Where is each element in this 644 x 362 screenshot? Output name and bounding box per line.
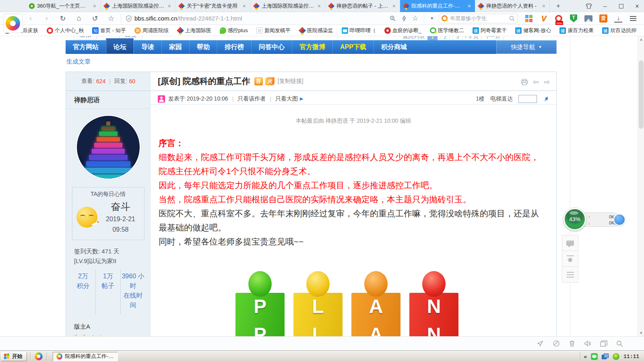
- stat-points[interactable]: 2万积分: [71, 269, 95, 314]
- apps-grid-icon[interactable]: [525, 14, 533, 23]
- bookmark-item[interactable]: 健健客网-放心: [515, 27, 551, 34]
- tab-close-icon[interactable]: ×: [467, 3, 472, 9]
- scroll-up-arrow-icon[interactable]: ▲: [638, 36, 644, 43]
- find-in-page-icon[interactable]: [616, 340, 623, 347]
- quick-launch-360-icon[interactable]: [34, 352, 43, 361]
- thread-list-button[interactable]: [562, 267, 578, 282]
- taskbar-window-button[interactable]: 院感科的重点工作-会...: [53, 352, 118, 361]
- post-button-clipped[interactable]: 发帖: [74, 36, 97, 40]
- browser-tab-active[interactable]: 院感科的重点工作-会议纪 ×: [400, 0, 475, 12]
- tab-close-icon[interactable]: ×: [541, 3, 546, 9]
- tab-close-icon[interactable]: ×: [317, 3, 322, 9]
- search-input[interactable]: [450, 15, 509, 21]
- nav-ranking[interactable]: 排行榜: [217, 40, 251, 54]
- clear-trace-trash-icon[interactable]: [569, 340, 575, 347]
- favorites-star-icon[interactable]: ☆: [107, 14, 115, 23]
- search-box[interactable]: [439, 14, 518, 23]
- plan-image[interactable]: PP LL AA: [233, 257, 458, 336]
- next-thread-icon[interactable]: ⇨: [544, 78, 550, 86]
- bookmark-item[interactable]: 哔哩哔哩（: [342, 27, 376, 34]
- back-to-list-link[interactable]: 返回列表: [402, 36, 425, 40]
- bookmark-item[interactable]: 新闻发稿平: [256, 27, 291, 34]
- copy-link[interactable]: [复制链接]: [278, 78, 303, 85]
- bookmark-item[interactable]: 医学继教二: [430, 27, 464, 34]
- memory-usage-ball[interactable]: 43%: [564, 208, 586, 230]
- wechat-tray-icon[interactable]: [591, 353, 598, 360]
- menu-hamburger-icon[interactable]: [629, 14, 637, 23]
- maximize-button[interactable]: [617, 2, 625, 10]
- accelerator-ball[interactable]: [613, 214, 625, 226]
- start-button[interactable]: 开始: [1, 352, 27, 361]
- back-to-top-button[interactable]: [562, 251, 578, 267]
- flame-v-extension-icon[interactable]: V: [540, 14, 548, 23]
- bookmark-item[interactable]: 个人中心_秋: [47, 27, 84, 34]
- prev-thread-icon[interactable]: ⇦: [533, 78, 539, 86]
- browser-tab-2[interactable]: 上海国际医院感染控制论 ×: [101, 0, 175, 12]
- forward-button-icon[interactable]: ›: [43, 14, 51, 23]
- bookmark-item[interactable]: 血瘀的诊断_: [384, 27, 421, 34]
- tab-close-icon[interactable]: ×: [392, 3, 396, 9]
- only-author-link[interactable]: 只看该作者: [237, 95, 266, 103]
- home-button-icon[interactable]: ⌂: [75, 14, 83, 23]
- browser-tab-7[interactable]: 禅静思语的个人资料 - ×: [475, 0, 550, 12]
- nav-help[interactable]: 帮助: [189, 40, 217, 54]
- bookmark-page-star-icon[interactable]: ☆: [412, 14, 418, 23]
- nav-weibo[interactable]: 官方微博: [292, 40, 332, 54]
- scrollbar-thumb[interactable]: [639, 60, 644, 129]
- zoom-icon[interactable]: [390, 15, 396, 22]
- nav-forum-active[interactable]: 论坛: [106, 38, 134, 54]
- tray-collapse-icon[interactable]: «: [584, 354, 587, 360]
- bookmark-item[interactable]: 周浦医院综: [134, 27, 169, 34]
- network-tray-icon[interactable]: [602, 354, 609, 360]
- nav-guide[interactable]: 导读: [134, 40, 161, 54]
- author-avatar[interactable]: [76, 115, 141, 180]
- undo-close-button-icon[interactable]: ↺: [91, 14, 99, 23]
- bookmark-item[interactable]: 上海国际医: [177, 27, 211, 34]
- bookmark-item[interactable]: 健欣百达抗抑: [602, 27, 636, 34]
- screenshot-extension-icon[interactable]: [584, 14, 592, 23]
- minimize-button[interactable]: ─: [601, 2, 609, 10]
- bookmark-item[interactable]: 医院感染监: [299, 27, 333, 34]
- address-bar[interactable]: bbs.sific.com.cn/thread-224627-1-1.html: [121, 14, 386, 23]
- close-button[interactable]: ✕: [634, 2, 641, 10]
- tab-close-icon[interactable]: ×: [167, 3, 172, 9]
- nav-official-site[interactable]: 官方网站: [66, 40, 106, 54]
- red-o-extension-icon[interactable]: new: [555, 14, 563, 23]
- back-button-icon[interactable]: ‹: [27, 14, 35, 23]
- quick-nav-button[interactable]: 快捷导航▼: [496, 40, 557, 54]
- mute-speaker-icon[interactable]: [584, 340, 591, 347]
- print-icon[interactable]: [521, 79, 528, 85]
- quick-action-bolt-icon[interactable]: [402, 15, 407, 22]
- search-icon[interactable]: [509, 16, 515, 21]
- floor-jump-input[interactable]: [518, 95, 537, 103]
- comments-dock-button[interactable]: [562, 235, 578, 251]
- nav-home[interactable]: 家园: [161, 40, 189, 54]
- only-image-link[interactable]: 只看大图: [275, 95, 298, 103]
- huo-extension-icon[interactable]: 货: [599, 14, 607, 23]
- night-mode-icon[interactable]: [553, 340, 560, 347]
- browser-tab-3[interactable]: 关于“卡密”充值卡使用 ×: [175, 0, 250, 12]
- dropdown-chevron-icon[interactable]: ▼: [430, 16, 434, 21]
- new-tab-button[interactable]: +: [553, 1, 564, 11]
- scroll-down-arrow-icon[interactable]: ▼: [638, 330, 644, 336]
- boss-key-icon[interactable]: [537, 340, 544, 347]
- tab-close-icon[interactable]: ×: [92, 3, 97, 9]
- reading-mode-icon[interactable]: [600, 340, 607, 347]
- browser-tab-4[interactable]: 上海国际医院感染控制论 ×: [250, 0, 325, 12]
- vertical-scrollbar[interactable]: ▲ ▼: [638, 36, 644, 336]
- bookmark-item[interactable]: 感控plus: [220, 27, 248, 34]
- 360-security-tray-icon[interactable]: [613, 353, 619, 360]
- nav-points-mall[interactable]: 积分商城: [374, 40, 414, 54]
- taskbar-clock[interactable]: 11:11: [623, 354, 639, 360]
- browser-tab-1[interactable]: 360导航_一个主页，整个 ×: [26, 0, 101, 12]
- t-shield-extension-icon[interactable]: T: [570, 14, 578, 23]
- browser-tab-5[interactable]: 禅静思语的帖子 - 上海国 ×: [325, 0, 400, 12]
- bookmark-item[interactable]: 健阿奇霉素干: [473, 27, 507, 34]
- stat-online-hours[interactable]: 3960 小时在线时间: [120, 269, 145, 314]
- generate-article-link[interactable]: 生成文章: [66, 58, 91, 66]
- jump-rocket-icon[interactable]: [543, 96, 549, 102]
- tab-close-icon[interactable]: ×: [242, 3, 247, 9]
- download-icon[interactable]: ↓: [614, 14, 622, 23]
- skin-button[interactable]: [585, 2, 592, 10]
- stat-posts[interactable]: 1万帖子: [95, 269, 120, 314]
